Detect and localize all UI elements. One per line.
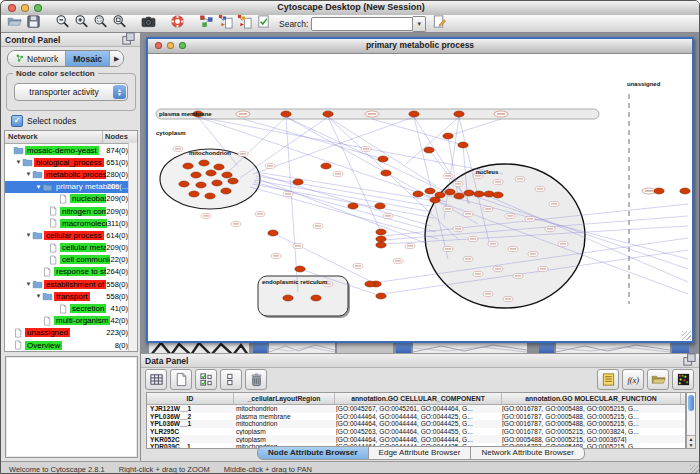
tree-row[interactable]: ▼establishment of lo558(0): [5, 278, 137, 290]
advanced-search-button[interactable]: [431, 14, 448, 30]
attribute-table-header[interactable]: ID_cellularLayoutRegionannotation.GO CEL…: [147, 393, 685, 405]
float-panel-icon[interactable]: [121, 31, 136, 48]
tree-row[interactable]: cell communicat22(0): [5, 254, 137, 266]
select-attributes-button[interactable]: [195, 369, 217, 390]
tree-expand-arrow[interactable]: ▼: [35, 184, 42, 190]
vizmapper-button[interactable]: [198, 14, 215, 30]
frame-resize-grip[interactable]: [682, 331, 691, 340]
network-tree-header[interactable]: Network Nodes: [5, 131, 137, 144]
tree-row-count: 41(0): [110, 304, 128, 313]
selected-gene-node: [430, 197, 440, 203]
table-row[interactable]: YPL036W__2plasma membrane[GO:0044464, GO…: [147, 413, 685, 421]
tree-expand-arrow[interactable]: ▼: [25, 281, 32, 287]
tab-network-attribute-browser[interactable]: Network Attribute Browser: [471, 446, 584, 460]
table-scrollbar[interactable]: ▲▼: [686, 392, 696, 449]
tree-expand-arrow[interactable]: ▼: [35, 293, 42, 299]
tree-row-count: 311(0): [107, 219, 128, 228]
tree-column-network[interactable]: Network: [5, 131, 103, 143]
network-canvas[interactable]: plasma membranecytoplasmmitochondrionnuc…: [148, 54, 692, 341]
window-resize-grip[interactable]: [690, 465, 700, 474]
edge: [240, 117, 328, 178]
edge: [250, 187, 438, 239]
tree-column-nodes[interactable]: Nodes: [103, 131, 137, 143]
search-input[interactable]: [311, 17, 413, 31]
tab-overflow-button[interactable]: ▶: [110, 51, 123, 66]
table-cell: [GO:0016787, GO:0005488, GO:0005215, G..…: [499, 405, 677, 412]
open-button[interactable]: [6, 14, 23, 30]
table-row[interactable]: YKR052Ccytoplasm[GO:0044464, GO:0044446,…: [147, 435, 685, 443]
zoom-fit-button[interactable]: [111, 14, 128, 30]
network-icon: [15, 53, 25, 65]
table-row[interactable]: YJR121W__1mitochondrion[GO:0045267, GO:0…: [147, 405, 685, 413]
tree-row[interactable]: secretion41(0): [5, 302, 137, 314]
network-view-frame[interactable]: primary metabolic process plasma membran…: [146, 37, 694, 343]
selected-gene-node: [443, 133, 453, 139]
zoom-selected-button[interactable]: [92, 14, 109, 30]
new-attribute-button[interactable]: [170, 369, 192, 390]
import-network-button[interactable]: [217, 14, 234, 30]
tab-mosaic[interactable]: Mosaic: [66, 51, 110, 66]
selected-gene-node: [323, 111, 333, 117]
tab-node-attribute-browser[interactable]: Node Attribute Browser: [257, 446, 369, 460]
help-button[interactable]: [169, 14, 186, 30]
tab-network[interactable]: Network: [8, 51, 66, 66]
snapshot-button[interactable]: [140, 14, 157, 30]
tree-row[interactable]: nitrogen compou209(0): [5, 205, 137, 217]
tree-row[interactable]: mosaic-demo-yeast874(0): [5, 144, 137, 156]
data-panel: Data Panel f(x) ID_cellularLayoutRegiona…: [141, 353, 700, 461]
tree-row[interactable]: macromolecule311(0): [5, 217, 137, 229]
tree-row-label: establishment of lo: [44, 280, 115, 289]
network-view-titlebar[interactable]: primary metabolic process: [148, 39, 692, 54]
select-nodes-checkbox[interactable]: ✓: [11, 115, 23, 127]
folder-icon: [32, 169, 44, 179]
annotation-button[interactable]: [255, 14, 272, 30]
tree-expand-arrow[interactable]: ▼: [25, 232, 32, 238]
tree-row[interactable]: ▼biological_process651(0): [5, 156, 137, 168]
heatmap-button[interactable]: [672, 369, 694, 390]
attribute-matrix-button[interactable]: [145, 369, 167, 390]
delete-attribute-button[interactable]: [245, 369, 267, 390]
tree-row[interactable]: nucleobase-cont209(0): [5, 193, 137, 205]
table-cell: [GO:0044464, GO:0044444, GO:0044425, G..…: [333, 420, 499, 427]
status-zoom-hint: Right-click + drag to ZOOM: [119, 465, 210, 474]
tab-edge-attribute-browser[interactable]: Edge Attribute Browser: [369, 446, 472, 460]
tree-row[interactable]: Overview8(0): [5, 339, 137, 351]
tree-scrollbar[interactable]: [128, 143, 137, 351]
save-button[interactable]: [25, 14, 42, 30]
tree-row[interactable]: cellular metabol209(0): [5, 242, 137, 254]
tree-row[interactable]: multi-organism pro42(0): [5, 315, 137, 327]
table-column-header[interactable]: annotation.GO CELLULAR_COMPONENT: [335, 393, 502, 404]
table-cell: cytoplasm: [233, 428, 333, 435]
unselect-attributes-button[interactable]: [220, 369, 242, 390]
zoom-out-button[interactable]: [54, 14, 71, 30]
tree-row[interactable]: ▼primary metabolic209(...: [5, 181, 137, 193]
search-dropdown-button[interactable]: ▼: [413, 16, 426, 32]
tree-row[interactable]: unassigned223(0): [5, 327, 137, 339]
table-row[interactable]: YPL036W__1mitochondrion[GO:0044464, GO:0…: [147, 420, 685, 428]
tree-expand-arrow[interactable]: ▼: [15, 159, 22, 165]
open-icon: [7, 14, 22, 29]
control-panel: Control Panel Network Mosaic ▶ Node colo…: [1, 33, 141, 461]
tree-row[interactable]: response to stimulu264(0): [5, 266, 137, 278]
tree-row[interactable]: ▼metabolic process280(0): [5, 168, 137, 180]
tree-row-count: 8(0): [115, 341, 128, 350]
table-row[interactable]: YLR295Ccytoplasm[GO:0045263, GO:0044464,…: [147, 428, 685, 436]
import-attributes-button[interactable]: [647, 369, 669, 390]
attribute-editor-button[interactable]: [597, 369, 619, 390]
tree-row[interactable]: ▼transport558(0): [5, 290, 137, 302]
control-panel-tab-bar: Network Mosaic ▶: [7, 50, 124, 67]
float-panel-icon[interactable]: [682, 352, 697, 369]
birds-eye-view[interactable]: [5, 356, 138, 458]
tree-row[interactable]: ▼cellular process614(0): [5, 229, 137, 241]
formula-button[interactable]: f(x): [622, 369, 644, 390]
table-scrollbar-thumb[interactable]: [688, 395, 694, 411]
table-column-header[interactable]: _cellularLayoutRegion: [234, 393, 335, 404]
node-color-dropdown[interactable]: transporter activity ▲▼: [14, 83, 128, 101]
table-column-header[interactable]: annotation.GO MOLECULAR_FUNCTION: [502, 393, 681, 404]
tree-row-count: 651(0): [106, 158, 128, 167]
tree-expand-arrow[interactable]: ▼: [25, 171, 32, 177]
zoom-in-button[interactable]: [73, 14, 90, 30]
table-column-header[interactable]: ID: [147, 393, 234, 404]
import-table-button[interactable]: [236, 14, 253, 30]
table-cell: [GO:0016787, GO:0005488, GO:0005215, G..…: [499, 420, 677, 427]
